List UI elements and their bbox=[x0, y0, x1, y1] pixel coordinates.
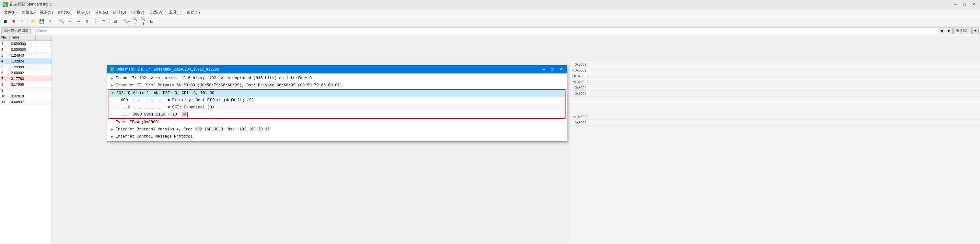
title-bar-controls: ─ □ ✕ bbox=[951, 2, 977, 8]
sub-close-button[interactable]: ✕ bbox=[557, 67, 564, 72]
pkt-no: 2 bbox=[0, 48, 10, 51]
ipv4-text: Internet Protocol Version 4, Src: 192.16… bbox=[116, 127, 270, 132]
vlan-priority-row[interactable]: 000. .... .... .... = Priority: Best Eff… bbox=[109, 97, 565, 104]
filter-bar: 应用显示过滤器 ◀ ▶ 表达式... + bbox=[0, 27, 980, 35]
packet-row[interactable]: 2 0.000000 bbox=[0, 47, 51, 52]
menu-item-v[interactable]: 视图(V) bbox=[37, 9, 56, 16]
packet-row[interactable]: 6 2.00002 bbox=[0, 70, 51, 76]
ethernet-text: Ethernet II, Src: Private_66:68:09 (00:5… bbox=[116, 83, 342, 88]
type-row[interactable]: Type: IPv4 (0x0800) bbox=[107, 119, 567, 126]
packet-row[interactable]: 1 0.000000 bbox=[0, 41, 51, 47]
pkt-no: 10 bbox=[0, 94, 10, 98]
toolbar-btn-8[interactable]: ⇐ bbox=[66, 17, 74, 25]
vlan-section: ▼ 802.1Q Virtual LAN, PRI: 0, CFI: 0, ID… bbox=[108, 89, 565, 119]
menu-bar: 文件(F)编辑(E)视图(V)跳转(G)捕获(C)分析(A)统计(S)电话(Y)… bbox=[0, 9, 980, 16]
pkt-no: 4 bbox=[0, 59, 10, 63]
vlan-header-row[interactable]: ▼ 802.1Q Virtual LAN, PRI: 0, CFI: 0, ID… bbox=[109, 90, 565, 97]
sub-window: W Wireshark · 分组 17 · wireshark-_2024020… bbox=[107, 65, 567, 142]
right-val-10: t = 0x8002 bbox=[570, 114, 980, 120]
icmp-row[interactable]: ▶ Internet Control Message Protocol bbox=[107, 133, 567, 140]
menu-item-t[interactable]: 工具(T) bbox=[166, 9, 184, 16]
vlan-cfi-row[interactable]: ...0 .... .... .... = CFI: Canonical (0) bbox=[109, 104, 565, 111]
main-layout: No. Time 1 0.000000 2 0.000000 3 1.24943… bbox=[0, 35, 980, 244]
right-val-11: = 0x8002 bbox=[570, 120, 980, 125]
pkt-time: 2.00002 bbox=[10, 71, 36, 75]
ethernet-expand-icon: ▶ bbox=[110, 83, 115, 88]
toolbar-btn-3[interactable]: ⟳ bbox=[18, 17, 26, 25]
toolbar-btn-1[interactable]: ◼ bbox=[1, 17, 9, 25]
ethernet-row[interactable]: ▶ Ethernet II, Src: Private_66:68:09 (00… bbox=[107, 82, 567, 89]
vlan-priority-text: 000. .... .... .... = Priority: Best Eff… bbox=[121, 98, 254, 103]
filter-arrow-left[interactable]: ◀ bbox=[938, 27, 945, 34]
toolbar-btn-15[interactable]: 🔍+ bbox=[131, 17, 139, 25]
menu-item-f[interactable]: 文件(F) bbox=[1, 9, 19, 16]
menu-item-e[interactable]: 编辑(E) bbox=[19, 9, 37, 16]
menu-item-g[interactable]: 跳转(G) bbox=[56, 9, 74, 16]
toolbar-btn-10[interactable]: ⇧ bbox=[83, 17, 91, 25]
sub-title-controls: ─ □ ✕ bbox=[540, 67, 564, 72]
packet-row-pink[interactable]: 7 3.17786 bbox=[0, 76, 51, 82]
sub-minimize-button[interactable]: ─ bbox=[540, 67, 547, 72]
vlan-expand-icon: ▼ bbox=[110, 91, 115, 95]
pkt-time: 0.000000 bbox=[10, 42, 36, 46]
packet-row[interactable]: 8 3.17905 bbox=[0, 82, 51, 87]
toolbar-btn-14[interactable]: 🔍- bbox=[123, 17, 130, 25]
vlan-id-text: .... 0000 0001 1110 = ID: bbox=[121, 112, 179, 117]
ipv4-row[interactable]: ▶ Internet Protocol Version 4, Src: 192.… bbox=[107, 126, 567, 133]
filter-arrow-right[interactable]: ▶ bbox=[946, 27, 953, 34]
toolbar-btn-4[interactable]: 📁 bbox=[30, 17, 37, 25]
packet-row[interactable]: 11 4.00897 bbox=[0, 99, 51, 105]
toolbar-btn-13[interactable]: ⊞ bbox=[111, 17, 119, 25]
toolbar-btn-7[interactable]: 🔍 bbox=[58, 17, 65, 25]
menu-item-s[interactable]: 统计(S) bbox=[110, 9, 129, 16]
pkt-time: 1.24943 bbox=[10, 53, 36, 57]
toolbar-btn-9[interactable]: ⇒ bbox=[75, 17, 82, 25]
menu-item-a[interactable]: 分析(A) bbox=[92, 9, 110, 16]
maximize-button[interactable]: □ bbox=[961, 2, 968, 8]
toolbar-btn-6[interactable]: ✕ bbox=[46, 17, 54, 25]
packet-row[interactable]: 3 1.24943 bbox=[0, 52, 51, 58]
ipv4-expand-icon: ▶ bbox=[110, 127, 115, 132]
menu-item-h[interactable]: 帮助(H) bbox=[184, 9, 202, 16]
menu-item-w[interactable]: 无线(W) bbox=[147, 9, 166, 16]
packet-row[interactable]: 5 1.99989 bbox=[0, 64, 51, 70]
packet-row[interactable]: 10 3.32818 bbox=[0, 93, 51, 99]
app-icon: W bbox=[3, 2, 8, 7]
menu-item-y[interactable]: 电话(Y) bbox=[129, 9, 147, 16]
pkt-no: 9 bbox=[0, 88, 10, 92]
minimize-button[interactable]: ─ bbox=[951, 2, 959, 8]
filter-plus-button[interactable]: + bbox=[972, 27, 979, 34]
packet-row[interactable]: 9 bbox=[0, 87, 51, 93]
packet-row-selected[interactable]: 4 1.32824 bbox=[0, 58, 51, 64]
toolbar-btn-11[interactable]: ⇩ bbox=[91, 17, 99, 25]
right-val-8 bbox=[570, 102, 980, 108]
pkt-time: 4.00897 bbox=[10, 100, 36, 104]
pkt-no: 7 bbox=[0, 77, 10, 81]
type-expand-icon bbox=[110, 120, 115, 125]
right-val-7 bbox=[570, 97, 980, 102]
title-bar: W 正在捕获 Standard input ─ □ ✕ bbox=[0, 0, 980, 9]
close-button[interactable]: ✕ bbox=[970, 2, 977, 8]
sub-title-bar: W Wireshark · 分组 17 · wireshark-_2024020… bbox=[107, 65, 567, 73]
pkt-time: 3.32818 bbox=[10, 94, 36, 98]
pkt-time: 3.17905 bbox=[10, 82, 36, 86]
frame-row[interactable]: ▶ Frame 17: 102 bytes on wire (816 bits)… bbox=[107, 75, 567, 82]
pkt-time: 1.99989 bbox=[10, 65, 36, 69]
vlan-id-row[interactable]: .... 0000 0001 1110 = ID: 30 bbox=[109, 111, 565, 118]
filter-input[interactable] bbox=[32, 27, 937, 34]
right-val-5: = 0x8002 bbox=[570, 85, 980, 90]
toolbar-btn-17[interactable]: ⊡ bbox=[148, 17, 156, 25]
filter-label: 应用显示过滤器 bbox=[1, 27, 31, 34]
title-bar-text: 正在捕获 Standard input bbox=[10, 2, 951, 7]
toolbar-btn-12[interactable]: ≡ bbox=[100, 17, 108, 25]
pkt-no: 6 bbox=[0, 71, 10, 75]
menu-item-c[interactable]: 捕获(C) bbox=[74, 9, 93, 16]
pkt-no: 3 bbox=[0, 53, 10, 57]
sub-title-icon: W bbox=[110, 67, 115, 71]
toolbar-btn-2[interactable]: ■ bbox=[10, 17, 18, 25]
toolbar-btn-5[interactable]: 💾 bbox=[38, 17, 46, 25]
frame-expand-icon: ▶ bbox=[110, 76, 115, 81]
sub-maximize-button[interactable]: □ bbox=[549, 67, 556, 72]
toolbar-btn-16[interactable]: 🔍1 bbox=[139, 17, 147, 25]
filter-expr-button[interactable]: 表达式... bbox=[953, 27, 972, 34]
